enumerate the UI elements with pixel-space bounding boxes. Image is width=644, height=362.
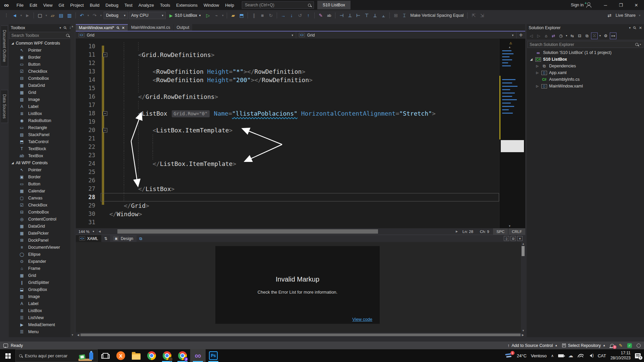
navigate-backward-icon[interactable]: ◄: [11, 11, 18, 19]
sign-in-button[interactable]: Sign in: [571, 3, 584, 7]
fold-margin[interactable]: −: [101, 126, 109, 134]
taskbar-app-photoshop[interactable]: Ps: [206, 349, 221, 362]
scroll-up-icon[interactable]: ▲: [509, 46, 511, 49]
toolbox-item-image[interactable]: ▨Image: [9, 96, 70, 103]
toolbox-item-image[interactable]: ▨Image: [9, 293, 70, 300]
onedrive-cloud-icon[interactable]: ☁: [568, 353, 573, 359]
pin-icon[interactable]: ⚲: [62, 25, 68, 31]
weather-condition[interactable]: Ventoso: [531, 353, 547, 358]
close-button[interactable]: ✕: [629, 0, 644, 10]
toolbox-item-contentcontrol[interactable]: ◎ContentControl: [9, 216, 70, 223]
fold-margin[interactable]: −: [101, 109, 109, 118]
code-line[interactable]: 18−<ListBox Grid.Row="0" Name="llistaPob…: [76, 109, 499, 118]
vertical-spacing-icon[interactable]: ⌶: [400, 11, 408, 19]
code-line[interactable]: 11−<Grid.RowDefinitions>: [76, 51, 499, 59]
align-left-icon[interactable]: ⊣: [338, 11, 345, 19]
scroll-left-icon[interactable]: ◀: [97, 230, 102, 233]
design-vertical-scrollbar[interactable]: ▲ ▼: [521, 242, 525, 333]
fold-margin[interactable]: [101, 176, 109, 185]
horizontal-split-icon[interactable]: ⊟: [511, 236, 516, 241]
debug-configuration-dropdown[interactable]: Debug▾: [104, 12, 128, 19]
chevron-down-icon[interactable]: ▾: [59, 26, 61, 29]
toolbox-item-checkbox[interactable]: ☑CheckBox: [9, 201, 70, 208]
battery-icon[interactable]: [558, 354, 564, 357]
toolbox-item-border[interactable]: ▣Border: [9, 54, 70, 61]
code-line[interactable]: 31: [76, 218, 499, 227]
collapse-icon[interactable]: −: [103, 53, 107, 57]
toolbox-item-stackpanel[interactable]: ▤StackPanel: [9, 131, 70, 138]
fold-margin[interactable]: [101, 118, 109, 126]
xaml-code-editor[interactable]: 1011−<Grid.RowDefinitions>1213<RowDefini…: [76, 39, 525, 228]
menu-item-debug[interactable]: Debug: [103, 3, 121, 8]
menu-item-extensions[interactable]: Extensions: [173, 3, 201, 8]
collapse-all-icon[interactable]: ⊟: [576, 33, 583, 39]
code-line[interactable]: 28: [76, 193, 499, 201]
menu-item-project[interactable]: Project: [67, 3, 87, 8]
tree-item-assemblyinfo-cs[interactable]: C#AssemblyInfo.cs: [527, 76, 644, 83]
menu-item-analyze[interactable]: Analyze: [136, 3, 157, 8]
caret-icon[interactable]: ▾: [99, 11, 103, 19]
code-line[interactable]: 30</Window>: [76, 210, 499, 218]
code-line[interactable]: 22: [76, 143, 499, 151]
fold-margin[interactable]: [101, 218, 109, 227]
step-into-icon[interactable]: ↓: [288, 11, 295, 19]
collapse-icon[interactable]: −: [103, 111, 107, 116]
toolbox-item-ellipse[interactable]: ◯Ellipse: [9, 251, 70, 258]
clock[interactable]: 17:11 28/10/2023: [610, 351, 631, 361]
side-tab-document-outline[interactable]: Document Outline: [1, 25, 8, 66]
caret-icon[interactable]: ▾: [221, 11, 224, 19]
fold-margin[interactable]: [101, 134, 109, 143]
open-file-icon[interactable]: ▱: [49, 11, 56, 19]
toolbox-group-all-wpf-controls[interactable]: ◢All WPF Controls: [9, 159, 70, 166]
start-debugging-button[interactable]: ▶S10 ListBox▾: [167, 12, 203, 19]
toolbox-item-datagrid[interactable]: ▦DataGrid: [9, 82, 70, 89]
toolbox-item-grid[interactable]: ▦Grid: [9, 272, 70, 279]
tab-design[interactable]: ▣ Design: [110, 235, 137, 242]
menu-item-build[interactable]: Build: [87, 3, 103, 8]
tab-output[interactable]: Output: [174, 24, 193, 31]
tree-item-mainwindow-xaml[interactable]: ▷⟨⟩MainWindow.xaml: [527, 83, 644, 89]
fold-margin[interactable]: [101, 42, 109, 51]
expander-icon[interactable]: ▷: [535, 71, 539, 74]
code-line[interactable]: 17: [76, 101, 499, 109]
breadcrumb-left-pane[interactable]: <> Grid ▾: [76, 32, 296, 39]
fold-margin[interactable]: [101, 76, 109, 84]
breadcrumb-right-pane[interactable]: <> Grid ▾: [296, 32, 517, 39]
sync-status-icon[interactable]: [637, 344, 641, 348]
chevron-down-icon[interactable]: ▾: [629, 26, 631, 29]
tree-item-s10-listbox[interactable]: ◢C#S10 ListBox: [527, 56, 644, 63]
design-surface[interactable]: Invalid Markup Check the Error List for …: [76, 242, 525, 333]
taskbar-search-input[interactable]: Escriu aquí per cercar: [15, 349, 98, 362]
caret-icon[interactable]: ▾: [87, 11, 90, 19]
close-icon[interactable]: ✕: [639, 26, 642, 30]
minimize-button[interactable]: ─: [598, 0, 613, 10]
toolbox-item-canvas[interactable]: ▢Canvas: [9, 194, 70, 201]
toolbox-item-textblock[interactable]: TTextBlock: [9, 145, 70, 152]
code-line[interactable]: 10: [76, 42, 499, 51]
toolbox-item-frame[interactable]: ⌂Frame: [9, 265, 70, 272]
save-all-icon[interactable]: ▥: [66, 11, 73, 19]
code-line[interactable]: 13<RowDefinition Height="*"></RowDefinit…: [76, 67, 499, 76]
toolbox-search-input[interactable]: Search Toolbox ▾: [9, 32, 74, 39]
fold-margin[interactable]: [101, 143, 109, 151]
fold-margin[interactable]: [101, 59, 109, 67]
toolbox-item-tabcontrol[interactable]: ⬒TabControl: [9, 138, 70, 145]
indentation-indicator[interactable]: SPC: [493, 228, 508, 235]
toolbox-item-listbox[interactable]: ≣ListBox: [9, 307, 70, 314]
sync-with-active-document-icon[interactable]: ⇄: [550, 33, 557, 39]
fold-margin[interactable]: [101, 160, 109, 168]
toolbox-item-rectangle[interactable]: ▭Rectangle: [9, 124, 70, 131]
back-icon[interactable]: ◁: [528, 33, 535, 39]
edit-status-icon[interactable]: ✎: [619, 343, 623, 348]
taskbar-app-task-view[interactable]: [98, 349, 113, 362]
taskbar-app-xampp[interactable]: X: [113, 349, 128, 362]
caret-icon[interactable]: ▾: [598, 33, 602, 39]
toolbox-item-gridsplitter[interactable]: ∥GridSplitter: [9, 279, 70, 286]
code-line[interactable]: 12: [76, 59, 499, 67]
toolbox-item-label[interactable]: ALabel: [9, 300, 70, 307]
toolbox-item-checkbox[interactable]: ☑CheckBox: [9, 68, 70, 75]
feedback-icon[interactable]: [3, 344, 8, 348]
toolbox-item-passwordbox[interactable]: ••PasswordBox: [9, 335, 70, 337]
collapse-icon[interactable]: −: [103, 128, 107, 132]
toolbox-item-calendar[interactable]: ▦Calendar: [9, 187, 70, 194]
